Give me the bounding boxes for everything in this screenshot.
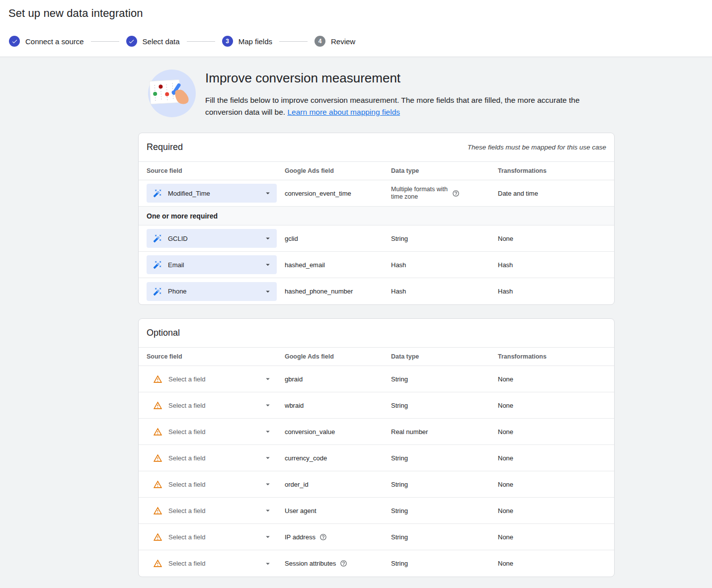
table-row: GCLID gclid String None — [139, 225, 614, 252]
page-title: Set up new data integration — [8, 6, 712, 21]
ads-field-cell: gbraid — [285, 375, 391, 383]
magic-wand-icon — [153, 189, 162, 198]
ads-field-value: conversion_value — [285, 428, 335, 436]
data-type-cell: Real number — [391, 428, 498, 436]
dropdown-placeholder: Select a field — [168, 507, 263, 514]
chevron-down-icon — [263, 234, 272, 243]
transformations-value: None — [498, 481, 513, 488]
warning-icon — [153, 401, 162, 410]
warning-icon — [153, 453, 162, 463]
ads-field-cell: User agent — [285, 507, 391, 514]
source-field-dropdown[interactable]: Select a field — [147, 396, 277, 415]
dropdown-value: Phone — [168, 288, 263, 295]
source-cell: Select a field — [147, 422, 285, 441]
data-type-cell: String — [391, 507, 498, 514]
transformations-value: Date and time — [498, 190, 538, 197]
source-field-dropdown[interactable]: Email — [147, 255, 277, 274]
step-number: 4 — [315, 36, 325, 47]
transformations-cell: None — [498, 507, 606, 514]
transformations-cell: None — [498, 402, 606, 409]
transformations-value: None — [498, 560, 513, 567]
chevron-down-icon — [263, 532, 272, 541]
ads-field-cell: order_id — [285, 481, 391, 488]
data-type-value: String — [391, 560, 408, 567]
source-cell: GCLID — [147, 229, 285, 248]
conversion-illustration — [148, 70, 196, 117]
data-type-cell: String — [391, 560, 498, 567]
warning-icon — [153, 559, 162, 568]
learn-more-link[interactable]: Learn more about mapping fields — [287, 108, 400, 116]
transformations-cell: None — [498, 454, 606, 462]
table-row: Modified_Time conversion_event_time Mult… — [139, 180, 614, 207]
transformations-cell: Hash — [498, 288, 606, 295]
transformations-value: Hash — [498, 288, 513, 295]
source-cell: Modified_Time — [147, 184, 285, 203]
step-check-icon — [9, 36, 20, 47]
ads-field-value: IP address — [285, 533, 316, 541]
source-field-dropdown[interactable]: Select a field — [147, 448, 277, 467]
data-type-cell: Hash — [391, 288, 498, 295]
help-icon[interactable] — [319, 533, 327, 541]
ads-field-value: User agent — [285, 507, 316, 514]
step-select-data[interactable]: Select data — [126, 36, 180, 47]
data-type-value: Hash — [391, 261, 406, 269]
source-field-dropdown[interactable]: Select a field — [147, 527, 277, 546]
source-cell: Select a field — [147, 448, 285, 467]
data-type-cell: String — [391, 481, 498, 488]
data-type-value: String — [391, 402, 408, 409]
chevron-down-icon — [263, 427, 272, 436]
source-field-dropdown[interactable]: Phone — [147, 282, 277, 301]
warning-icon — [153, 532, 162, 542]
source-cell: Select a field — [147, 527, 285, 546]
step-review[interactable]: 4 Review — [315, 36, 355, 47]
transformations-value: None — [498, 533, 513, 541]
source-field-dropdown[interactable]: Select a field — [147, 501, 277, 520]
dropdown-placeholder: Select a field — [168, 375, 263, 383]
step-label: Map fields — [238, 37, 272, 46]
help-icon[interactable] — [452, 190, 460, 197]
step-connect-a-source[interactable]: Connect a source — [9, 36, 84, 47]
column-header-source-field: Source field — [147, 167, 285, 174]
magic-wand-icon — [153, 260, 162, 269]
source-field-dropdown[interactable]: GCLID — [147, 229, 277, 248]
transformations-cell: None — [498, 533, 606, 541]
source-field-dropdown[interactable]: Select a field — [147, 475, 277, 494]
transformations-cell: None — [498, 235, 606, 242]
ads-field-cell: wbraid — [285, 402, 391, 409]
source-cell: Phone — [147, 282, 285, 301]
source-field-dropdown[interactable]: Select a field — [147, 554, 277, 573]
source-cell: Select a field — [147, 369, 285, 388]
data-type-cell: String — [391, 375, 498, 383]
table-row: Select a field Session attributes String… — [139, 550, 614, 577]
ads-field-value: hashed_phone_number — [285, 288, 353, 295]
source-field-dropdown[interactable]: Select a field — [147, 369, 277, 388]
data-type-value: Hash — [391, 288, 406, 295]
step-map-fields[interactable]: 3 Map fields — [222, 36, 272, 47]
required-card-title: Required — [147, 142, 183, 152]
dropdown-placeholder: Select a field — [168, 454, 263, 462]
transformations-cell: None — [498, 560, 606, 567]
data-type-value: Real number — [391, 428, 428, 436]
chevron-down-icon — [263, 559, 272, 568]
intro-description: Fill the fields below to improve convers… — [205, 94, 603, 118]
ads-field-cell: currency_code — [285, 454, 391, 462]
column-header-google-ads-field: Google Ads field — [285, 167, 391, 174]
column-header-google-ads-field: Google Ads field — [285, 353, 391, 360]
help-icon[interactable] — [340, 560, 347, 567]
optional-card-header: Optional — [139, 319, 614, 347]
chevron-down-icon — [263, 453, 272, 462]
required-table-header: Source field Google Ads field Data type … — [139, 161, 614, 180]
source-field-dropdown[interactable]: Select a field — [147, 422, 277, 441]
ads-field-value: order_id — [285, 481, 309, 488]
dropdown-value: Modified_Time — [168, 190, 263, 197]
ads-field-cell: conversion_event_time — [285, 190, 391, 197]
step-label: Select data — [143, 37, 180, 46]
optional-table-header: Source field Google Ads field Data type … — [139, 347, 614, 366]
source-field-dropdown[interactable]: Modified_Time — [147, 184, 277, 203]
source-cell: Select a field — [147, 396, 285, 415]
transformations-value: None — [498, 402, 513, 409]
source-cell: Select a field — [147, 501, 285, 520]
chevron-down-icon — [263, 287, 272, 296]
dropdown-placeholder: Select a field — [168, 481, 263, 488]
chevron-down-icon — [263, 260, 272, 269]
